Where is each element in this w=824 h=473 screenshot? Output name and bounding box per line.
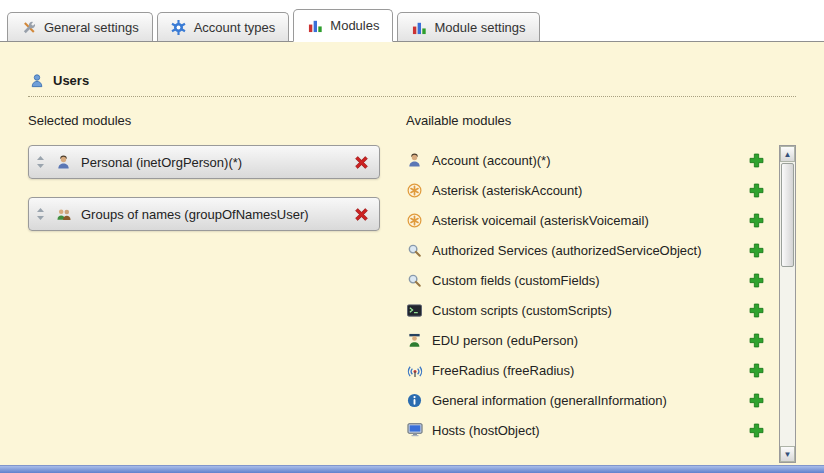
tools-icon — [21, 19, 37, 35]
magnifier-icon — [406, 272, 423, 289]
tab-label: Module settings — [434, 20, 525, 35]
available-module-row: General information (generalInformation) — [406, 385, 765, 415]
available-modules-scrollbar[interactable]: ▲ ▼ — [779, 145, 796, 463]
add-module-button[interactable] — [747, 271, 765, 289]
available-module-row: EDU person (eduPerson) — [406, 325, 765, 355]
person-icon — [55, 154, 72, 171]
available-module-row: Account (account)(*) — [406, 145, 765, 175]
bottom-accent-bar — [0, 465, 824, 473]
available-module-label: FreeRadius (freeRadius) — [432, 363, 738, 378]
selected-modules-heading: Selected modules — [28, 113, 380, 129]
remove-module-button[interactable] — [352, 205, 370, 223]
add-module-button[interactable] — [747, 181, 765, 199]
selected-module-row: Personal (inetOrgPerson)(*) — [28, 145, 380, 179]
user-icon — [28, 72, 45, 89]
person-icon — [406, 152, 423, 169]
modules-tab-content: Users Selected modules — [0, 42, 824, 463]
chart-icon — [307, 18, 323, 34]
edu-person-icon — [406, 332, 423, 349]
add-module-button[interactable] — [747, 151, 765, 169]
available-modules-heading: Available modules — [406, 113, 796, 129]
available-module-row: Authorized Services (authorizedServiceOb… — [406, 235, 765, 265]
asterisk-icon — [406, 182, 423, 199]
add-module-button[interactable] — [747, 421, 765, 439]
scrollbar-thumb[interactable] — [781, 163, 794, 267]
remove-module-button[interactable] — [352, 153, 370, 171]
selected-modules-column: Selected modules — [28, 113, 380, 463]
terminal-icon — [406, 302, 423, 319]
available-module-row: Custom scripts (customScripts) — [406, 295, 765, 325]
monitor-icon — [406, 422, 423, 439]
group-icon — [55, 206, 72, 223]
selected-module-row: Groups of names (groupOfNamesUser) — [28, 197, 380, 231]
tab-modules[interactable]: Modules — [293, 9, 393, 42]
available-module-row: FreeRadius (freeRadius) — [406, 355, 765, 385]
chart-icon — [411, 19, 427, 35]
add-module-button[interactable] — [747, 211, 765, 229]
tab-bar: General settings Account types — [0, 0, 824, 42]
selected-module-label: Groups of names (groupOfNamesUser) — [81, 207, 343, 222]
antenna-icon — [406, 362, 423, 379]
available-module-row: Custom fields (customFields) — [406, 265, 765, 295]
add-module-button[interactable] — [747, 391, 765, 409]
available-module-label: Asterisk (asteriskAccount) — [432, 183, 738, 198]
available-module-label: General information (generalInformation) — [432, 393, 738, 408]
available-module-label: Asterisk voicemail (asteriskVoicemail) — [432, 213, 738, 228]
add-module-button[interactable] — [747, 301, 765, 319]
available-modules-column: Available modules Account (acc — [406, 113, 796, 463]
available-module-label: EDU person (eduPerson) — [432, 333, 738, 348]
available-module-label: Custom fields (customFields) — [432, 273, 738, 288]
available-modules-list: Account (account)(*) — [406, 145, 779, 445]
lam-configuration-page: General settings Account types — [0, 0, 824, 473]
reorder-handle-icon[interactable] — [35, 205, 46, 223]
asterisk-icon — [406, 212, 423, 229]
available-module-row: Asterisk (asteriskAccount) — [406, 175, 765, 205]
selected-module-label: Personal (inetOrgPerson)(*) — [81, 155, 343, 170]
reorder-handle-icon[interactable] — [35, 153, 46, 171]
available-module-label: Hosts (hostObject) — [432, 423, 738, 438]
available-module-label: Custom scripts (customScripts) — [432, 303, 738, 318]
tab-general-settings[interactable]: General settings — [7, 12, 153, 41]
magnifier-icon — [406, 242, 423, 259]
gear-icon — [171, 19, 187, 35]
info-icon — [406, 392, 423, 409]
tab-label: Modules — [330, 18, 379, 33]
add-module-button[interactable] — [747, 331, 765, 349]
add-module-button[interactable] — [747, 361, 765, 379]
tab-label: Account types — [194, 20, 276, 35]
scrollbar-track[interactable] — [780, 162, 795, 446]
available-module-row: Asterisk voicemail (asteriskVoicemail) — [406, 205, 765, 235]
scroll-down-button[interactable]: ▼ — [780, 446, 795, 462]
users-section-header: Users — [28, 72, 796, 97]
available-module-label: Account (account)(*) — [432, 153, 738, 168]
scroll-up-button[interactable]: ▲ — [780, 146, 795, 162]
tab-account-types[interactable]: Account types — [157, 12, 290, 41]
tab-module-settings[interactable]: Module settings — [397, 12, 539, 41]
add-module-button[interactable] — [747, 241, 765, 259]
section-title: Users — [53, 73, 89, 88]
available-module-row: Hosts (hostObject) — [406, 415, 765, 445]
tab-label: General settings — [44, 20, 139, 35]
available-module-label: Authorized Services (authorizedServiceOb… — [432, 243, 738, 258]
